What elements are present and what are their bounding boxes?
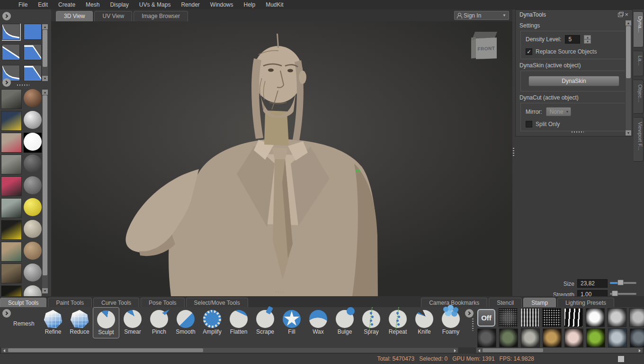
stamp-thumb[interactable]	[586, 328, 605, 347]
density-level-input[interactable]: 5	[565, 35, 580, 44]
tab-3d-view[interactable]: 3D View	[56, 11, 93, 21]
view-cube-left-face[interactable]: LEFT	[471, 37, 476, 58]
dynatools-titlebar[interactable]: DynaTools ×	[516, 10, 632, 19]
stamp-thumb[interactable]	[543, 328, 562, 347]
materials-expand-chevron-icon[interactable]	[2, 78, 11, 87]
tool-smear[interactable]: Smear	[119, 307, 146, 339]
scene-thumb[interactable]	[1, 176, 22, 196]
tab-uv-view[interactable]: UV View	[94, 11, 132, 21]
material-thumb[interactable]	[24, 285, 42, 296]
tool-tray-scrollbar[interactable]	[1, 347, 458, 353]
strength-input[interactable]: 1,00	[577, 290, 608, 296]
remesh-tool-label[interactable]: Remesh	[13, 320, 35, 327]
size-slider[interactable]	[610, 280, 636, 285]
material-thumb[interactable]	[24, 176, 42, 196]
tab-paint-tools[interactable]: Paint Tools	[48, 298, 91, 308]
menu-item[interactable]: Windows	[205, 0, 239, 9]
sign-in-dropdown[interactable]: Sign In ▼	[454, 11, 509, 20]
replace-source-checkbox[interactable]: ✓	[526, 48, 532, 55]
section-resize-handle[interactable]	[17, 84, 29, 86]
split-only-checkbox[interactable]	[526, 121, 532, 127]
stamp-thumb[interactable]	[499, 328, 518, 347]
scroll-down-icon[interactable]: ▼	[42, 76, 48, 81]
tool-foamy[interactable]: Foamy	[438, 307, 464, 339]
tool-pinch[interactable]: Pinch	[146, 307, 172, 339]
3d-viewport-canvas[interactable]: LEFT FRONT	[51, 21, 512, 296]
stamp-thumb[interactable]	[630, 328, 644, 347]
scene-thumb[interactable]	[1, 111, 22, 131]
scroll-down-icon[interactable]: ▼	[42, 288, 48, 293]
scene-thumb[interactable]	[1, 264, 22, 283]
tab-select-move-tools[interactable]: Select/Move Tools	[186, 298, 248, 308]
tool-wax[interactable]: Wax	[305, 307, 331, 339]
view-cube-front-face[interactable]: FRONT	[476, 37, 497, 59]
menu-item[interactable]: UVs & Maps	[134, 0, 176, 9]
falloff-thumb[interactable]	[24, 65, 42, 81]
material-thumb[interactable]	[24, 198, 42, 218]
scroll-right-icon[interactable]	[637, 348, 642, 353]
stamp-thumb[interactable]	[477, 328, 496, 347]
tab-pose-tools[interactable]: Pose Tools	[141, 298, 184, 308]
material-thumb[interactable]	[24, 264, 42, 283]
material-thumb[interactable]	[24, 133, 42, 153]
restore-window-icon[interactable]	[618, 13, 623, 17]
dynatools-scrollbar[interactable]: ▲ ▼	[625, 20, 632, 136]
material-thumb[interactable]	[24, 220, 42, 240]
scene-thumb[interactable]	[1, 133, 22, 153]
materials-scrollbar[interactable]: ▲ ▼	[42, 89, 48, 294]
tool-smooth[interactable]: Smooth	[172, 307, 199, 339]
stamp-thumb[interactable]	[608, 328, 627, 347]
scene-thumb[interactable]	[1, 89, 22, 109]
stamp-off-button[interactable]: Off	[477, 309, 495, 327]
tool-knife[interactable]: Knife	[411, 307, 438, 339]
material-thumb[interactable]	[24, 111, 42, 131]
menu-item[interactable]: Edit	[33, 0, 53, 9]
stamp-thumb[interactable]	[608, 308, 626, 327]
stamp-thumb[interactable]	[520, 308, 539, 327]
scroll-up-icon[interactable]: ▲	[42, 24, 48, 29]
scroll-left-icon[interactable]	[477, 348, 482, 353]
falloff-thumb[interactable]	[24, 44, 42, 60]
tab-lighting-presets[interactable]: Lighting Presets	[557, 298, 614, 308]
stamp-thumb[interactable]	[542, 308, 561, 327]
dynacut-mirror-dropdown[interactable]: None▼	[546, 107, 572, 116]
tool-fill[interactable]: Fill	[278, 307, 305, 339]
scene-thumb[interactable]	[1, 285, 22, 296]
strength-slider[interactable]	[610, 291, 636, 296]
tab-sculpt-tools[interactable]: Sculpt Tools	[0, 298, 46, 308]
stamp-thumb[interactable]	[521, 328, 540, 347]
tab-stencil[interactable]: Stencil	[489, 298, 522, 308]
scroll-down-icon[interactable]: ▼	[626, 130, 631, 136]
tray-more-chevron-icon[interactable]	[465, 309, 474, 318]
stamp-tray-scrollbar[interactable]	[476, 347, 643, 353]
tool-repeat[interactable]: Repeat	[385, 307, 411, 339]
size-input[interactable]: 23,82	[577, 279, 608, 288]
tab-image-browser[interactable]: Image Browser	[134, 11, 188, 21]
scene-thumb[interactable]	[1, 155, 22, 174]
material-thumb[interactable]	[24, 242, 42, 262]
tab-curve-tools[interactable]: Curve Tools	[93, 298, 139, 308]
tool-scrape[interactable]: Scrape	[252, 307, 278, 339]
falloff-thumb[interactable]	[2, 44, 20, 60]
stamp-thumb[interactable]	[499, 308, 518, 327]
scene-thumb[interactable]	[1, 198, 22, 218]
tab-camera-bookmarks[interactable]: Camera Bookmarks	[421, 298, 487, 308]
panel-tab-dyna-[interactable]: Dyna...	[634, 11, 644, 47]
tray-expand-chevron-icon[interactable]	[2, 309, 11, 318]
menu-item[interactable]: File	[13, 0, 33, 9]
menu-item[interactable]: Mesh	[80, 0, 105, 9]
falloff-scrollbar[interactable]: ▲ ▼	[42, 24, 48, 82]
tool-spray[interactable]: Spray	[358, 307, 385, 339]
panel-resize-handle[interactable]	[572, 131, 584, 133]
scene-thumb[interactable]	[1, 242, 22, 262]
tool-reduce[interactable]: − Reduce	[66, 307, 93, 339]
tray-splitter-handle[interactable]	[472, 318, 474, 331]
scroll-right-icon[interactable]	[453, 348, 457, 353]
stamp-thumb[interactable]	[564, 328, 583, 347]
menu-item[interactable]: Create	[53, 0, 80, 9]
stamp-thumb[interactable]	[564, 308, 583, 327]
view-cube-top-face[interactable]	[473, 32, 497, 38]
tool-sculpt[interactable]: Sculpt	[93, 307, 119, 338]
scroll-up-icon[interactable]: ▲	[626, 20, 631, 26]
menu-item[interactable]: Display	[105, 0, 134, 9]
